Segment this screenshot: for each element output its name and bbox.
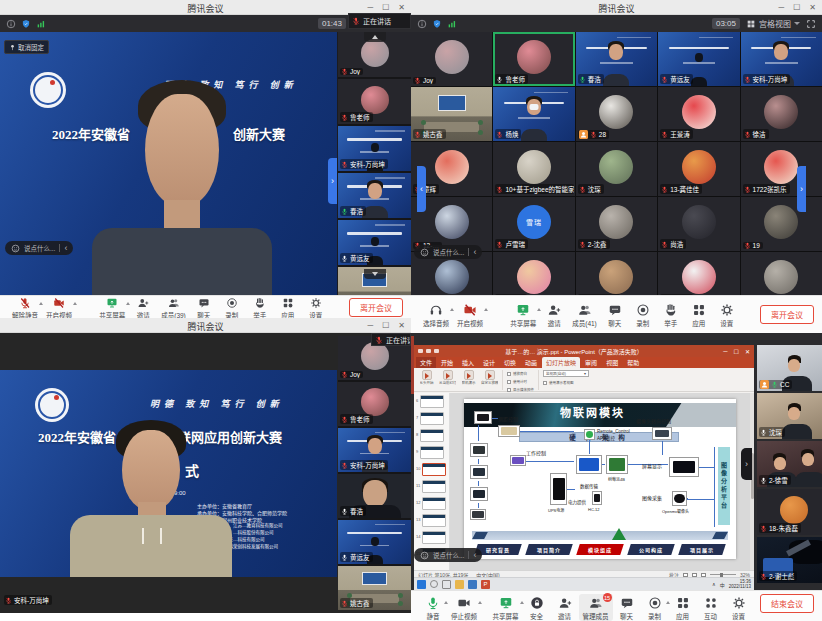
toolbar-gear-button[interactable]: 设置 <box>725 594 753 621</box>
participant-tile[interactable]: 19 <box>741 197 822 251</box>
main-video-speaker[interactable]: 取消固定 明德 致知 笃行 创新 2022年安徽省 创新大赛 › <box>0 32 337 295</box>
participant-tile[interactable]: 28 <box>576 87 657 141</box>
participant-tile[interactable]: 2-谢士彪 <box>757 537 822 583</box>
participant-tile[interactable]: 春浩 <box>576 32 657 86</box>
toolbar-record-button[interactable]: 录制 <box>629 301 657 328</box>
scroll-down-indicator[interactable] <box>364 269 386 279</box>
toolbar-members-button[interactable]: 成员(39) <box>157 295 190 318</box>
quick-chat-pill[interactable]: 说点什么...‹ <box>5 241 73 255</box>
minimize-button[interactable]: ─ <box>778 2 784 13</box>
participant-tile[interactable]: 2-徐雪 <box>757 441 822 487</box>
main-video-speaker[interactable]: 明德 致知 笃行 创新 2022年安徽省 联网应用创新大赛 式 9:00 主办单… <box>0 333 337 613</box>
collapse-chat-icon[interactable]: ‹ <box>473 248 476 257</box>
toolbar-apps2-button[interactable]: 互动 <box>697 594 725 621</box>
participant-tile[interactable]: 杨焕 <box>493 87 574 141</box>
toolbar-invite-button[interactable]: 邀请 <box>129 295 157 318</box>
participant-tile[interactable]: 鲁老师 <box>493 32 574 86</box>
participant-tile[interactable]: 1722张凯乐 <box>741 142 822 196</box>
collapse-chat-icon[interactable]: ‹ <box>64 244 67 253</box>
participant-tile[interactable]: 安科-万尚坤 <box>338 126 411 171</box>
toolbar-cam-off-button[interactable]: 开启视频 <box>453 301 487 328</box>
participant-tile[interactable]: 10+基于zigbee的智能家... <box>493 142 574 196</box>
info-icon[interactable] <box>417 19 427 29</box>
sidebar-collapse-handle[interactable]: › <box>741 448 752 480</box>
participant-tile[interactable]: 春浩 <box>338 173 411 218</box>
toolbar-chat-button[interactable]: 聊天 <box>613 594 641 621</box>
chat-input-hint[interactable]: 说点什么... <box>433 247 464 257</box>
participant-tile[interactable]: 黄远友 <box>658 32 739 86</box>
participant-tile[interactable]: 13-龚佳佳 <box>658 142 739 196</box>
toolbar-invite-button[interactable]: 邀请 <box>540 301 568 328</box>
toolbar-headset-button[interactable]: 选择音频 <box>419 301 453 328</box>
chat-input-hint[interactable]: 说点什么... <box>433 550 464 560</box>
shield-icon[interactable] <box>21 19 31 29</box>
collapse-chat-icon[interactable]: ‹ <box>473 551 476 560</box>
maximize-button[interactable]: ☐ <box>382 320 389 331</box>
toolbar-apps-button[interactable]: 应用 <box>669 594 697 621</box>
close-button[interactable]: ✕ <box>398 2 405 13</box>
close-button[interactable]: ✕ <box>398 320 405 331</box>
toolbar-apps-button[interactable]: 应用 <box>685 301 713 328</box>
participant-tile[interactable]: 黄远友 <box>338 520 411 564</box>
scroll-up-indicator[interactable] <box>364 32 386 42</box>
participant-tile[interactable]: 20 <box>741 252 822 295</box>
toolbar-hand-button[interactable]: 举手 <box>657 301 685 328</box>
unpin-button[interactable]: 取消固定 <box>4 40 49 54</box>
participant-tile[interactable]: 黄远友 <box>338 220 411 265</box>
participant-tile[interactable]: 王景涛 <box>658 87 739 141</box>
participant-tile[interactable]: 姚古鑫 <box>411 87 492 141</box>
next-page-arrow[interactable]: › <box>328 158 337 204</box>
maximize-button[interactable]: ☐ <box>793 2 800 13</box>
participant-tile[interactable]: 沈琛 <box>576 142 657 196</box>
toolbar-chat-button[interactable]: 聊天 <box>190 295 218 318</box>
toolbar-gear-button[interactable]: 设置 <box>713 301 741 328</box>
minimize-button[interactable]: ─ <box>367 2 373 13</box>
close-button[interactable]: ✕ <box>809 2 816 13</box>
toolbar-mic-off-button[interactable]: 解除静音 <box>8 295 42 318</box>
quick-chat-pill[interactable]: 说点什么...‹ <box>414 245 482 259</box>
toolbar-gear-button[interactable]: 设置 <box>302 295 330 318</box>
participant-tile[interactable]: Joy <box>411 32 492 86</box>
leave-meeting-button[interactable]: 离开会议 <box>349 298 403 317</box>
toolbar-share-button[interactable]: 共享屏幕 <box>506 301 540 328</box>
participant-tile[interactable]: 安科-万尚坤 <box>338 428 411 472</box>
participant-tile[interactable]: 雪瑞卢雪瑞 <box>493 197 574 251</box>
participant-tile[interactable] <box>338 267 411 295</box>
participant-tile[interactable]: 徐洁 <box>741 87 822 141</box>
toolbar-record-button[interactable]: 录制 <box>641 594 669 621</box>
fullscreen-icon[interactable] <box>806 19 816 29</box>
view-toggle-button[interactable]: 宫格视图 <box>746 18 800 29</box>
toolbar-members-button[interactable]: 15管理成员 <box>579 594 613 621</box>
participant-tile[interactable]: 关子宣 <box>658 252 739 295</box>
maximize-button[interactable]: ☐ <box>382 2 389 13</box>
participant-tile[interactable]: 春浩 <box>338 474 411 518</box>
toolbar-share-button[interactable]: 共享屏幕 <box>489 594 523 621</box>
toolbar-chat-button[interactable]: 聊天 <box>601 301 629 328</box>
next-page-arrow[interactable]: › <box>797 166 806 212</box>
participant-tile[interactable]: 2-沈鑫 <box>576 197 657 251</box>
toolbar-record-button[interactable]: 录制 <box>218 295 246 318</box>
toolbar-security-button[interactable]: 安全 <box>523 594 551 621</box>
toolbar-apps-button[interactable]: 应用 <box>274 295 302 318</box>
toolbar-mic-on-button[interactable]: 静音 <box>419 594 447 621</box>
participant-tile[interactable]: Joy <box>338 32 411 77</box>
chat-input-hint[interactable]: 说点什么... <box>24 243 55 253</box>
participant-tile[interactable]: 鲁老师 <box>338 382 411 426</box>
participant-tile[interactable]: CC <box>757 345 822 391</box>
info-icon[interactable] <box>6 19 16 29</box>
toolbar-share-button[interactable]: 共享屏幕 <box>95 295 129 318</box>
shield-icon[interactable] <box>432 19 442 29</box>
toolbar-hand-button[interactable]: 举手 <box>246 295 274 318</box>
participant-tile[interactable]: 沈琛 <box>757 393 822 439</box>
quick-chat-pill[interactable]: 说点什么...‹ <box>414 548 482 562</box>
leave-meeting-button[interactable]: 离开会议 <box>760 305 814 324</box>
participant-tile[interactable]: 尚浩 <box>658 197 739 251</box>
toolbar-cam-off-button[interactable]: 开启视频 <box>42 295 76 318</box>
toolbar-cam-on-button[interactable]: 停止视频 <box>447 594 481 621</box>
participant-tile[interactable]: 4-张月 <box>493 252 574 295</box>
toolbar-invite-button[interactable]: 邀请 <box>551 594 579 621</box>
end-meeting-button[interactable]: 结束会议 <box>760 594 814 613</box>
participant-tile[interactable]: 姚古鑫 <box>338 566 411 610</box>
participant-tile[interactable]: 13-李培程 <box>576 252 657 295</box>
minimize-button[interactable]: ─ <box>367 320 373 331</box>
